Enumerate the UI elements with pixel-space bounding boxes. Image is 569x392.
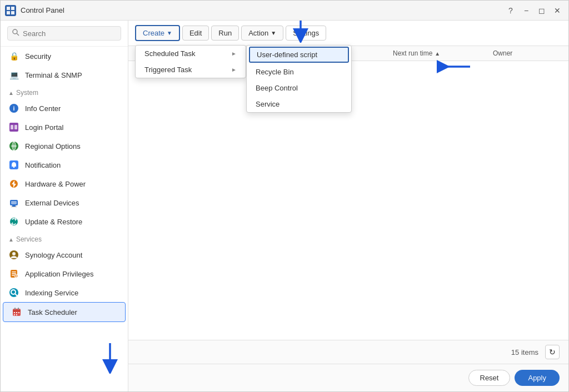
sidebar-label-login-portal: Login Portal xyxy=(25,123,63,132)
sidebar-label-application-privileges: Application Privileges xyxy=(25,270,94,278)
synology-account-icon xyxy=(8,249,19,260)
info-center-icon: i xyxy=(8,103,19,114)
create-dropdown: Scheduled Task ► Triggered Task ► User-d… xyxy=(135,45,246,78)
sidebar-item-info-center[interactable]: i Info Center xyxy=(1,99,128,118)
refresh-button[interactable]: ↻ xyxy=(545,345,560,359)
create-dropdown-menu: Scheduled Task ► Triggered Task ► xyxy=(135,45,246,78)
sidebar-label-regional-options: Regional Options xyxy=(25,142,81,150)
run-button[interactable]: Run xyxy=(211,26,239,41)
svg-rect-37 xyxy=(18,308,19,310)
sidebar-label-indexing-service: Indexing Service xyxy=(25,289,78,297)
svg-rect-15 xyxy=(13,167,15,168)
app-icon xyxy=(5,5,16,16)
svg-rect-40 xyxy=(18,312,19,313)
svg-rect-9 xyxy=(11,125,13,129)
action-caret-icon: ▼ xyxy=(271,30,276,36)
triggered-task-submenu-arrow: ► xyxy=(231,67,237,73)
sidebar-label-task-scheduler: Task Scheduler xyxy=(28,308,77,316)
task-scheduler-icon xyxy=(11,306,22,318)
action-buttons: Reset Apply xyxy=(128,364,568,391)
svg-rect-20 xyxy=(11,207,17,207)
svg-rect-2 xyxy=(7,11,10,14)
svg-rect-39 xyxy=(16,312,17,313)
svg-point-24 xyxy=(12,252,16,255)
search-icon xyxy=(12,29,19,38)
svg-rect-3 xyxy=(11,11,14,14)
sort-icon: ▲ xyxy=(435,51,440,57)
external-devices-icon xyxy=(8,197,19,208)
sidebar-item-indexing-service[interactable]: Indexing Service xyxy=(1,283,128,302)
sidebar-label-hardware-power: Hardware & Power xyxy=(25,180,86,188)
search-box xyxy=(1,21,128,47)
terminal-icon: 💻 xyxy=(8,69,19,81)
svg-rect-27 xyxy=(12,273,16,274)
svg-point-4 xyxy=(13,29,17,34)
sidebar-item-hardware-power[interactable]: Hardware & Power xyxy=(1,174,128,193)
col-header-nextrun[interactable]: Next run time ▲ xyxy=(393,49,493,57)
svg-rect-28 xyxy=(12,275,14,276)
window-controls: ? − ◻ ✕ xyxy=(504,4,564,17)
close-button[interactable]: ✕ xyxy=(551,4,564,17)
sidebar-item-security[interactable]: 🔒 Security xyxy=(1,47,128,66)
reset-button[interactable]: Reset xyxy=(468,370,511,386)
svg-rect-42 xyxy=(16,314,17,315)
sidebar-item-task-scheduler[interactable]: Task Scheduler xyxy=(3,302,126,322)
svg-rect-21 xyxy=(11,201,17,204)
section-system: ▲ System xyxy=(1,84,128,99)
svg-rect-1 xyxy=(11,7,14,10)
triggered-task-menu-item[interactable]: Triggered Task ► xyxy=(136,62,246,78)
items-count: 15 items xyxy=(511,348,538,356)
create-button[interactable]: Create ▼ xyxy=(135,25,180,41)
col-header-owner: Owner xyxy=(493,49,560,57)
sidebar-item-notification[interactable]: Notification xyxy=(1,155,128,174)
system-chevron: ▲ xyxy=(8,90,14,96)
title-bar: Control Panel ? − ◻ ✕ xyxy=(1,1,568,21)
scheduled-task-menu-item[interactable]: Scheduled Task ► xyxy=(136,46,246,62)
maximize-button[interactable]: ◻ xyxy=(535,4,548,17)
svg-text:i: i xyxy=(13,105,14,112)
search-input-wrap[interactable] xyxy=(7,26,121,41)
help-button[interactable]: ? xyxy=(504,4,517,17)
security-icon: 🔒 xyxy=(8,51,19,62)
apply-button[interactable]: Apply xyxy=(515,370,560,386)
minimize-button[interactable]: − xyxy=(520,4,533,17)
notification-icon xyxy=(8,159,19,170)
services-chevron: ▲ xyxy=(8,237,14,243)
content-area: Create ▼ Edit Run Action ▼ Settings xyxy=(128,21,568,391)
svg-line-5 xyxy=(17,33,19,36)
sidebar-label-external-devices: External Devices xyxy=(25,199,79,207)
svg-rect-38 xyxy=(14,312,15,313)
scheduled-task-submenu: User-defined script Recycle Bin Beep Con… xyxy=(246,45,352,113)
sidebar-item-terminal[interactable]: 💻 Terminal & SNMP xyxy=(1,66,128,84)
update-restore-icon xyxy=(8,216,19,227)
settings-button[interactable]: Settings xyxy=(286,26,326,41)
sidebar-item-external-devices[interactable]: External Devices xyxy=(1,193,128,212)
user-defined-script-item[interactable]: User-defined script xyxy=(249,47,349,63)
svg-rect-19 xyxy=(12,205,16,207)
search-input[interactable] xyxy=(23,29,116,38)
beep-control-item[interactable]: Beep Control xyxy=(247,80,351,96)
service-item[interactable]: Service xyxy=(247,96,351,112)
sidebar-item-update-restore[interactable]: Update & Restore xyxy=(1,212,128,231)
svg-rect-41 xyxy=(14,314,15,315)
recycle-bin-item[interactable]: Recycle Bin xyxy=(247,64,351,80)
hardware-power-icon xyxy=(8,178,19,189)
svg-rect-30 xyxy=(16,275,17,277)
sidebar-item-synology-account[interactable]: Synology Account xyxy=(1,245,128,264)
bottom-bar: 15 items ↻ xyxy=(128,340,568,364)
svg-rect-10 xyxy=(14,125,17,129)
action-button[interactable]: Action ▼ xyxy=(241,26,283,41)
sidebar-label-terminal: Terminal & SNMP xyxy=(25,71,82,79)
window: Control Panel ? − ◻ ✕ xyxy=(0,0,569,392)
svg-rect-0 xyxy=(7,7,10,10)
sidebar-item-login-portal[interactable]: Login Portal xyxy=(1,118,128,137)
edit-button[interactable]: Edit xyxy=(182,26,209,41)
sidebar-label-update-restore: Update & Restore xyxy=(25,218,82,226)
svg-rect-35 xyxy=(13,310,21,311)
toolbar: Create ▼ Edit Run Action ▼ Settings xyxy=(128,21,568,46)
sidebar-item-regional-options[interactable]: Regional Options xyxy=(1,137,128,155)
window-title: Control Panel xyxy=(21,6,504,14)
login-portal-icon xyxy=(8,122,19,133)
sidebar-item-application-privileges[interactable]: Application Privileges xyxy=(1,264,128,283)
sidebar-label-security: Security xyxy=(25,52,51,61)
